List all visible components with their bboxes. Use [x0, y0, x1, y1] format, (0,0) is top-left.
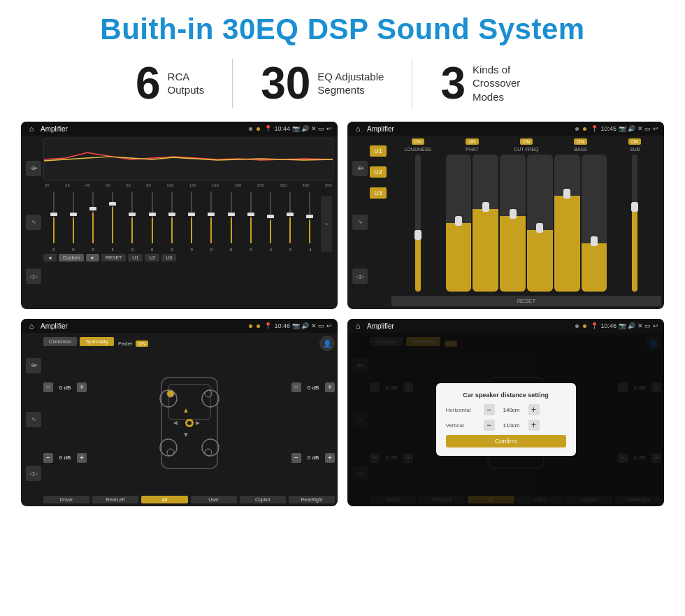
eq-reset-btn[interactable]: RESET: [101, 254, 126, 262]
u2-btn[interactable]: U2: [370, 166, 387, 178]
crossover-reset-btn[interactable]: RESET: [391, 296, 661, 306]
home-icon-cr[interactable]: ⌂: [353, 124, 363, 134]
eq-expand-icon[interactable]: »: [321, 196, 332, 252]
svg-point-10: [167, 390, 174, 397]
loudness-label: LOUDNESS: [405, 147, 432, 152]
eq-slider-3[interactable]: 0: [84, 189, 101, 252]
sub-slider[interactable]: [632, 155, 637, 292]
cr-filter-icon[interactable]: ⟴: [352, 161, 368, 176]
svg-point-6: [160, 439, 177, 456]
f-volume-icon[interactable]: ◁▷: [26, 466, 41, 481]
dialog-minus-h[interactable]: −: [484, 404, 495, 415]
eq-u3-btn[interactable]: U3: [161, 254, 176, 262]
status-icons-eq: 📍 10:44 📷 🔊 ✕ ▭ ↩: [264, 125, 332, 132]
home-icon-f[interactable]: ⌂: [27, 321, 36, 331]
eq-slider-13[interactable]: 0: [282, 189, 299, 252]
phat-slider-2[interactable]: [473, 155, 498, 292]
phat-slider-1[interactable]: [446, 155, 472, 292]
tab-specialty[interactable]: Specialty: [80, 337, 113, 346]
dialog-plus-h[interactable]: +: [528, 404, 540, 415]
fader-tabs-row: Common Specialty Fader ON 👤: [43, 336, 335, 351]
eq-slider-14[interactable]: -1: [301, 189, 319, 252]
crossover-cols: ON LOUDNESS ON PHAT: [391, 138, 661, 292]
bass-on[interactable]: ON: [574, 138, 587, 145]
eq-slider-6[interactable]: 0: [143, 189, 161, 252]
eq-slider-2[interactable]: 0: [64, 189, 82, 252]
eq-prev-btn[interactable]: ◄: [43, 254, 57, 262]
cutfreq-label: CUT FREQ: [514, 147, 539, 152]
db-minus-bl[interactable]: −: [43, 453, 53, 463]
cutfreq-on[interactable]: ON: [520, 138, 533, 145]
home-icon[interactable]: ⌂: [27, 124, 36, 134]
status-dot-d1: [575, 324, 579, 328]
app-title-f: Amplifier: [41, 322, 245, 330]
db-val-tl: 0 dB: [55, 385, 75, 391]
eq-filter-icon[interactable]: ⟴: [26, 161, 41, 176]
cutfreq-slider-1[interactable]: [500, 155, 526, 292]
eq-slider-5[interactable]: 0: [124, 189, 141, 252]
f-filter-icon[interactable]: ⟴: [26, 358, 41, 373]
bass-slider-1[interactable]: [554, 155, 580, 292]
loudness-on[interactable]: ON: [412, 138, 425, 145]
status-icons-f: 📍 10:46 📷 🔊 ✕ ▭ ↩: [264, 322, 332, 329]
status-dot-cr1: [575, 127, 579, 131]
eq-wave-icon[interactable]: ∿: [26, 215, 41, 230]
stat-rca-label: RCA Outputs: [168, 70, 205, 97]
btn-rearleft[interactable]: RearLeft: [92, 496, 138, 503]
status-bar-crossover: ⌂ Amplifier 📍 10:45 📷 🔊 ✕ ▭ ↩: [347, 122, 664, 136]
db-plus-tl[interactable]: +: [77, 382, 87, 392]
stat-eq: 30 EQ Adjustable Segments: [233, 61, 412, 106]
tab-common[interactable]: Common: [43, 337, 77, 346]
btn-rearright[interactable]: RearRight: [289, 496, 335, 503]
eq-volume-icon[interactable]: ◁▷: [26, 268, 41, 284]
svg-text:▲: ▲: [182, 406, 189, 414]
crossover-cols-wrapper: ON LOUDNESS ON PHAT: [391, 138, 661, 306]
u3-btn[interactable]: U3: [370, 187, 387, 199]
eq-slider-11[interactable]: 0: [242, 189, 259, 252]
btn-user-f[interactable]: User: [191, 496, 237, 503]
distance-dialog-overlay: Car speaker distance setting Horizontal …: [347, 333, 664, 506]
eq-slider-9[interactable]: 0: [203, 189, 220, 252]
eq-u1-btn[interactable]: U1: [128, 254, 143, 262]
home-icon-d[interactable]: ⌂: [353, 321, 363, 331]
cutfreq-slider-2[interactable]: [527, 155, 553, 292]
btn-copilot[interactable]: Copilot: [240, 496, 286, 503]
eq-slider-4[interactable]: 5: [104, 189, 122, 252]
btn-all[interactable]: All: [141, 496, 187, 503]
eq-next-btn[interactable]: ►: [86, 254, 99, 262]
eq-slider-1[interactable]: 0: [45, 189, 62, 252]
eq-slider-7[interactable]: 0: [163, 189, 180, 252]
eq-slider-8[interactable]: 0: [183, 189, 201, 252]
eq-slider-10[interactable]: 0: [222, 189, 240, 252]
dialog-minus-v[interactable]: −: [484, 420, 495, 431]
db-minus-br[interactable]: −: [291, 453, 301, 463]
dialog-label-v: Vertical: [446, 422, 481, 429]
screen-fader: ⌂ Amplifier 📍 10:46 📷 🔊 ✕ ▭ ↩ ⟴ ∿ ◁▷: [21, 319, 338, 506]
eq-u2-btn[interactable]: U2: [145, 254, 159, 262]
fader-user-icon[interactable]: 👤: [319, 336, 335, 351]
bass-label: BASS: [574, 147, 587, 152]
btn-driver[interactable]: Driver: [43, 496, 89, 503]
loudness-slider[interactable]: [415, 155, 421, 292]
dialog-row-vertical: Vertical − 110cm +: [446, 420, 566, 431]
confirm-button[interactable]: Confirm: [446, 435, 566, 447]
db-plus-br[interactable]: +: [325, 453, 335, 463]
f-wave-icon[interactable]: ∿: [26, 412, 41, 427]
eq-slider-12[interactable]: -1: [261, 189, 279, 252]
cr-wave-icon[interactable]: ∿: [352, 215, 368, 230]
status-dot-f2: [257, 324, 260, 328]
db-minus-tr[interactable]: −: [291, 382, 301, 392]
db-plus-bl[interactable]: +: [77, 453, 87, 463]
dialog-plus-v[interactable]: +: [528, 420, 540, 431]
db-control-tr: − 0 dB +: [291, 382, 335, 392]
screenshots-grid: ⌂ Amplifier 📍 10:44 📷 🔊 ✕ ▭ ↩ ⟴ ∿ ◁▷: [21, 122, 664, 506]
sub-on[interactable]: ON: [628, 138, 642, 145]
crossover-sidebar: ⟴ ∿ ◁▷: [350, 138, 370, 306]
bass-slider-2[interactable]: [582, 155, 607, 292]
phat-on[interactable]: ON: [466, 138, 479, 145]
u1-btn[interactable]: U1: [370, 145, 387, 157]
db-minus-tl[interactable]: −: [43, 382, 53, 392]
eq-custom-btn[interactable]: Custom: [59, 254, 84, 262]
cr-volume-icon[interactable]: ◁▷: [352, 268, 368, 284]
db-plus-tr[interactable]: +: [325, 382, 335, 392]
